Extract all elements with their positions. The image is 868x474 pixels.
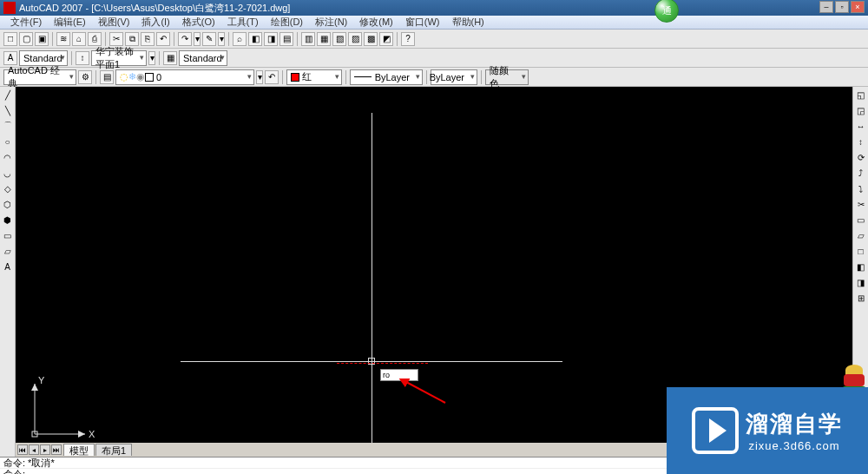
layer-drop-icon[interactable]: ▾ xyxy=(256,70,263,84)
rotate-icon[interactable]: ⤵ xyxy=(855,182,867,194)
redo-drop-icon[interactable]: ▾ xyxy=(218,32,225,46)
copy-icon[interactable]: ⧉ xyxy=(125,32,139,46)
new-icon[interactable]: □ xyxy=(3,32,17,46)
menu-modify[interactable]: 修改(M) xyxy=(354,15,398,30)
tab-last-icon[interactable]: ⏭ xyxy=(51,444,62,455)
sheetset-icon[interactable]: ▨ xyxy=(348,32,362,46)
tab-model[interactable]: 模型 xyxy=(63,444,95,456)
watermark-title: 溜溜自学 xyxy=(746,409,843,439)
revcloud-icon[interactable]: ⬡ xyxy=(2,198,14,210)
fillet-icon[interactable]: ⊞ xyxy=(855,292,867,304)
textstyle-icon[interactable]: A xyxy=(3,51,17,65)
save-icon[interactable]: ▣ xyxy=(35,32,49,46)
publish-icon[interactable]: ⎙ xyxy=(88,32,102,46)
menu-draw[interactable]: 绘图(D) xyxy=(266,15,308,30)
ellipse-icon[interactable]: ▭ xyxy=(2,229,14,241)
rectangle-icon[interactable]: ◠ xyxy=(2,151,14,163)
workspace-settings-icon[interactable]: ⚙ xyxy=(78,70,92,84)
copy-obj-icon[interactable]: ◲ xyxy=(855,104,867,116)
designcenter-icon[interactable]: ▦ xyxy=(317,32,331,46)
open-icon[interactable]: ▢ xyxy=(19,32,33,46)
offset-icon[interactable]: ↕ xyxy=(855,135,867,148)
toolbar-sep xyxy=(174,32,174,46)
annot-drop-icon[interactable]: ▾ xyxy=(148,51,155,65)
layerprev-icon[interactable]: ↶ xyxy=(265,70,279,84)
menu-dimension[interactable]: 标注(N) xyxy=(310,15,352,30)
paste-icon[interactable]: ⎘ xyxy=(141,32,155,46)
svg-text:X: X xyxy=(89,429,95,439)
props-icon[interactable]: ▥ xyxy=(301,32,315,46)
toolbar-sep xyxy=(297,32,298,46)
linetype-label: ByLayer xyxy=(375,72,410,82)
watermark-badge: 溜溜自学 zixue.3d66.com xyxy=(667,387,868,474)
matchprop-icon[interactable]: ↶ xyxy=(156,32,170,46)
tab-first-icon[interactable]: ⏮ xyxy=(17,444,28,455)
menu-view[interactable]: 视图(V) xyxy=(93,15,135,30)
menu-help[interactable]: 帮助(H) xyxy=(447,15,490,30)
ucs-icon: X Y xyxy=(24,375,94,446)
calc-icon[interactable]: ◩ xyxy=(379,32,393,46)
preview-icon[interactable]: ⌂ xyxy=(72,32,86,46)
mirror-icon[interactable]: ↔ xyxy=(855,120,867,132)
menu-tools[interactable]: 工具(T) xyxy=(222,15,264,30)
scale-icon[interactable]: ✂ xyxy=(855,198,867,210)
menu-window[interactable]: 窗口(W) xyxy=(400,15,445,30)
help-icon[interactable]: ? xyxy=(401,32,415,46)
zoom-window-icon[interactable]: ◨ xyxy=(264,32,278,46)
svg-line-0 xyxy=(406,382,445,403)
stretch-icon[interactable]: ▭ xyxy=(855,214,867,226)
tab-next-icon[interactable]: ▸ xyxy=(40,444,50,455)
dimstyle-combo[interactable]: Standard xyxy=(179,50,227,66)
layers-props-toolbar: AutoCAD 经典 ⚙ ▤ ◌ ❄ ◉ 0 ▾ ↶ 红 ByLayer ByL… xyxy=(0,68,868,87)
workspace-combo[interactable]: AutoCAD 经典 xyxy=(3,69,76,85)
annot-combo[interactable]: 华宁装饰平面1 xyxy=(91,50,147,66)
pline-icon[interactable]: ⌒ xyxy=(2,120,14,132)
menu-file[interactable]: 文件(F) xyxy=(5,15,47,30)
minimize-button[interactable]: – xyxy=(819,1,833,13)
plotstyle-combo[interactable]: 随颜色 xyxy=(485,69,529,85)
annotation-arrow-icon xyxy=(398,379,450,405)
xline-icon[interactable]: ╲ xyxy=(2,104,14,116)
polygon-icon[interactable]: ○ xyxy=(2,135,14,148)
menu-format[interactable]: 格式(O) xyxy=(177,15,220,30)
undo-icon[interactable]: ↷ xyxy=(178,32,192,46)
circle-icon[interactable]: ◇ xyxy=(2,182,14,194)
hatch-icon[interactable]: ▱ xyxy=(2,245,14,257)
color-combo[interactable]: 红 xyxy=(286,69,342,85)
maximize-button[interactable]: ▫ xyxy=(835,1,849,13)
erase-icon[interactable]: ◱ xyxy=(855,89,867,101)
tab-prev-icon[interactable]: ◂ xyxy=(29,444,39,455)
menu-edit[interactable]: 编辑(E) xyxy=(49,15,91,30)
cut-icon[interactable]: ✂ xyxy=(109,32,123,46)
dimstyle-icon[interactable]: ↕ xyxy=(76,51,89,65)
linetype-combo[interactable]: ByLayer xyxy=(350,69,423,85)
undo-drop-icon[interactable]: ▾ xyxy=(194,32,201,46)
close-button[interactable]: × xyxy=(851,1,865,13)
selected-line-object[interactable] xyxy=(337,363,428,364)
tablestyle-icon[interactable]: ▦ xyxy=(163,51,177,65)
mtext-icon[interactable]: A xyxy=(2,260,14,273)
zoom-prev-icon[interactable]: ▤ xyxy=(279,32,293,46)
layer-manager-icon[interactable]: ▤ xyxy=(100,70,114,84)
spline-icon[interactable]: ⬢ xyxy=(2,214,14,226)
break-icon[interactable]: ◧ xyxy=(855,260,867,273)
plot-icon[interactable]: ≋ xyxy=(56,32,70,46)
tab-layout1[interactable]: 布局1 xyxy=(95,444,132,456)
markup-icon[interactable]: ▩ xyxy=(364,32,378,46)
line-icon[interactable]: ╱ xyxy=(2,89,14,101)
toolpalette-icon[interactable]: ▧ xyxy=(332,32,346,46)
arc-icon[interactable]: ◡ xyxy=(2,167,14,179)
array-icon[interactable]: ⟳ xyxy=(855,151,867,163)
crosshair-vertical xyxy=(372,113,372,453)
chamfer-icon[interactable]: ◨ xyxy=(855,276,867,288)
zoom-icon[interactable]: ◧ xyxy=(248,32,262,46)
extend-icon[interactable]: □ xyxy=(855,245,867,257)
move-icon[interactable]: ⤴ xyxy=(855,167,867,179)
trim-icon[interactable]: ▱ xyxy=(855,229,867,241)
layer-combo[interactable]: ◌ ❄ ◉ 0 xyxy=(115,69,254,85)
pan-icon[interactable]: ⌕ xyxy=(233,32,247,46)
toolbar-sep xyxy=(105,32,106,46)
redo-icon[interactable]: ✎ xyxy=(202,32,216,46)
lineweight-combo[interactable]: ByLayer xyxy=(431,69,477,85)
menu-insert[interactable]: 插入(I) xyxy=(136,15,174,30)
